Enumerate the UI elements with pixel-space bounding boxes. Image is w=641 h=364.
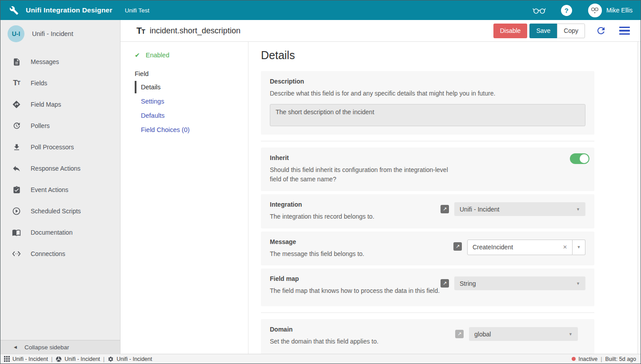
nav-item-defaults[interactable]: Defaults <box>135 109 224 122</box>
page-title: Details <box>261 49 637 62</box>
user-avatar[interactable] <box>588 4 602 17</box>
enabled-status: ✔ Enabled <box>135 52 248 59</box>
sidebar-item-label: Documentation <box>31 229 72 236</box>
status-crumb-wheel[interactable]: Unifi - Incident <box>56 356 100 362</box>
sidebar: U-I Unifi - Incident Messages TT Fields <box>0 20 120 354</box>
integration-label: Integration <box>270 201 374 208</box>
sidebar-item-poll-processors[interactable]: Poll Processors <box>0 136 120 158</box>
sidebar-item-label: Messages <box>31 58 59 65</box>
integration-select[interactable]: Unifi - Incident ▼ <box>454 202 585 216</box>
sidebar-item-scheduled-scripts[interactable]: Scheduled Scripts <box>0 200 120 222</box>
inactive-status-label: Inactive <box>578 356 597 362</box>
sidebar-item-field-maps[interactable]: Field Maps <box>0 94 120 115</box>
sidebar-integration-header[interactable]: U-I Unifi - Incident <box>0 20 120 48</box>
nav-item-field-choices[interactable]: Field Choices (0) <box>135 124 224 136</box>
sidebar-item-pollers[interactable]: Pollers <box>0 115 120 136</box>
chevron-down-icon: ▼ <box>577 245 581 249</box>
integration-help: The integration this record belongs to. <box>270 212 374 222</box>
description-textarea[interactable]: The short description of the incident <box>270 104 585 126</box>
sidebar-item-label: Fields <box>31 80 47 87</box>
sidebar-item-label: Response Actions <box>31 165 80 172</box>
inherit-label: Inherit <box>270 154 459 161</box>
chevron-down-icon: ▼ <box>569 332 573 336</box>
content-pane: TT incident.short_description Disable Sa… <box>120 20 641 354</box>
sidebar-item-event-actions[interactable]: Event Actions <box>0 179 120 200</box>
disable-button[interactable]: Disable <box>493 24 528 38</box>
collapse-arrow-icon: ◀ <box>14 345 17 349</box>
scheduled-scripts-icon <box>12 207 21 216</box>
message-label: Message <box>270 238 364 245</box>
nav-item-details[interactable]: Details <box>135 81 224 93</box>
copy-button[interactable]: Copy <box>557 24 585 38</box>
poll-processors-icon <box>12 143 21 152</box>
inherit-help: Should this field inherit its configurat… <box>270 165 459 184</box>
separator: | <box>103 356 104 362</box>
status-crumb-grid[interactable]: Unifi - Incident <box>4 356 48 362</box>
sidebar-item-label: Connections <box>31 250 65 257</box>
fields-icon: TT <box>12 79 21 88</box>
messages-icon <box>12 58 21 66</box>
open-record-icon[interactable]: ↗ <box>441 205 449 213</box>
domain-card: Domain Set the domain that this field ap… <box>261 319 594 354</box>
sidebar-item-messages[interactable]: Messages <box>0 51 120 72</box>
menu-icon[interactable] <box>619 27 630 35</box>
integration-value: Unifi - Incident <box>460 206 499 213</box>
open-record-icon[interactable]: ↗ <box>441 279 449 288</box>
record-side-nav: ✔ Enabled Field Details Settings Default… <box>120 42 248 354</box>
sidebar-item-label: Scheduled Scripts <box>31 208 81 215</box>
open-record-icon[interactable]: ↗ <box>453 242 462 251</box>
crumb-label: Unifi - Incident <box>12 356 48 362</box>
domain-select[interactable]: global ▼ <box>469 327 578 341</box>
user-name[interactable]: Mike Ellis <box>606 7 633 14</box>
record-title: incident.short_description <box>150 26 240 36</box>
message-combobox[interactable]: CreateIncident ✕ <box>467 240 573 255</box>
chevron-down-icon: ▼ <box>576 281 580 286</box>
gear-icon <box>108 356 114 362</box>
grid-icon <box>4 356 10 362</box>
status-crumb-gear[interactable]: Unifi - Incident <box>108 356 152 362</box>
enabled-label: Enabled <box>146 52 169 59</box>
message-value: CreateIncident <box>473 244 513 251</box>
nav-section-label: Field <box>135 70 248 77</box>
message-dropdown-button[interactable]: ▼ <box>573 240 585 255</box>
section-divider <box>261 141 594 141</box>
sidebar-item-fields[interactable]: TT Fields <box>0 72 120 94</box>
app-window: Unifi Integration Designer Unifi Test ? … <box>0 0 641 364</box>
collapse-sidebar-button[interactable]: ◀ Collapse sidebar <box>0 340 120 354</box>
inherit-toggle[interactable] <box>570 153 589 164</box>
help-icon[interactable]: ? <box>561 5 572 16</box>
description-label: Description <box>270 78 585 85</box>
field-map-label: Field map <box>270 275 440 282</box>
clear-icon[interactable]: ✕ <box>563 244 567 250</box>
separator: | <box>601 356 602 362</box>
details-form: Details Description Describe what this f… <box>248 42 637 354</box>
field-map-value: String <box>460 280 476 287</box>
wheel-icon <box>56 356 62 362</box>
message-card: Message The message this field belongs t… <box>261 232 594 266</box>
sidebar-menu: Messages TT Fields Field Maps Pol <box>0 48 120 340</box>
section-divider <box>261 312 594 313</box>
sidebar-item-connections[interactable]: Connections <box>0 243 120 264</box>
field-map-select[interactable]: String ▼ <box>454 276 585 290</box>
response-actions-icon <box>12 164 21 173</box>
sidebar-item-response-actions[interactable]: Response Actions <box>0 158 120 179</box>
domain-help: Set the domain that this field applies t… <box>270 337 378 347</box>
sidebar-item-documentation[interactable]: Documentation <box>0 222 120 243</box>
collapse-sidebar-label: Collapse sidebar <box>24 344 69 351</box>
glasses-icon[interactable] <box>533 6 546 14</box>
crumb-label: Unifi - Incident <box>64 356 100 362</box>
app-header: Unifi Integration Designer Unifi Test ? … <box>0 0 641 20</box>
description-help: Describe what this field is for and any … <box>270 89 585 99</box>
save-button[interactable]: Save <box>529 24 557 38</box>
nav-item-settings[interactable]: Settings <box>135 95 224 108</box>
environment-name: Unifi Test <box>125 7 149 14</box>
crumb-label: Unifi - Incident <box>116 356 152 362</box>
field-map-help: The field map that knows how to process … <box>270 286 440 296</box>
status-bar: Unifi - Incident | Unifi - Incident | Un… <box>0 354 641 364</box>
scrollbar[interactable] <box>637 42 641 354</box>
check-icon: ✔ <box>135 52 140 59</box>
refresh-icon[interactable] <box>596 25 606 36</box>
sidebar-item-label: Event Actions <box>31 186 68 193</box>
app-title: Unifi Integration Designer <box>26 6 112 14</box>
field-type-icon: TT <box>136 26 145 36</box>
